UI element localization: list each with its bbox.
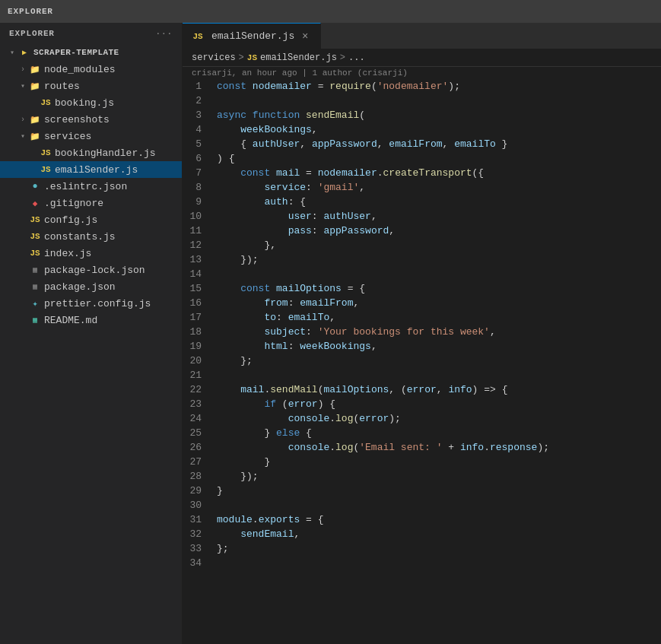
- code-line: 18 subject: 'Your bookings for this week…: [183, 325, 661, 339]
- services-label: services: [44, 131, 91, 142]
- routes-label: routes: [44, 81, 80, 92]
- sidebar-item-screenshots[interactable]: 📁 screenshots: [0, 111, 182, 128]
- line-number: 32: [183, 527, 217, 541]
- line-number: 11: [183, 224, 217, 238]
- line-content: const mail = nodemailer.createTransport(…: [217, 166, 661, 180]
- line-content: async function sendEmail(: [217, 108, 661, 122]
- line-content: console.log('Email sent: ' + info.respon…: [217, 440, 661, 455]
- line-number: 8: [183, 180, 217, 195]
- line-number: 14: [183, 267, 217, 281]
- eslint-label: .eslintrc.json: [44, 181, 127, 192]
- sidebar-item-email-sender[interactable]: JS emailSender.js: [0, 161, 182, 178]
- root-label: SCRAPER-TEMPLATE: [33, 48, 119, 57]
- line-content: },: [217, 238, 661, 252]
- line-content: };: [217, 541, 661, 556]
- sidebar-item-gitignore[interactable]: ◆ .gitignore: [0, 195, 182, 211]
- package-lock-label: package-lock.json: [44, 265, 145, 276]
- more-icon[interactable]: ···: [156, 29, 173, 38]
- screenshots-chevron: [17, 113, 29, 125]
- line-content: to: emailTo,: [217, 310, 661, 325]
- screenshots-label: screenshots: [44, 114, 110, 125]
- folder-routes-icon: 📁: [29, 80, 41, 92]
- tab-bar: JS emailSender.js ×: [183, 23, 661, 49]
- tab-label: emailSender.js: [211, 30, 294, 42]
- config-icon: JS: [29, 214, 41, 226]
- code-line: 32 sendEmail,: [183, 527, 661, 541]
- constants-icon: JS: [29, 230, 41, 243]
- code-line: 7 const mail = nodemailer.createTranspor…: [183, 166, 661, 180]
- code-line: 27 }: [183, 455, 661, 469]
- code-line: 5 { authUser, appPassword, emailFrom, em…: [183, 137, 661, 151]
- line-content: html: weekBookings,: [217, 339, 661, 354]
- breadcrumb-more[interactable]: ...: [348, 52, 365, 63]
- sidebar-item-prettier[interactable]: ✦ prettier.config.js: [0, 295, 182, 312]
- sidebar: EXPLORER ··· ▶ SCRAPER-TEMPLATE 📁 node_m…: [0, 23, 183, 644]
- tab-js-icon: JS: [192, 30, 204, 43]
- code-line: 14: [183, 267, 661, 281]
- line-number: 20: [183, 354, 217, 368]
- sidebar-item-booking-js[interactable]: JS booking.js: [0, 94, 182, 111]
- booking-handler-label: bookingHandler.js: [55, 148, 156, 159]
- sidebar-item-package-lock[interactable]: ▦ package-lock.json: [0, 262, 182, 278]
- folder-node-icon: 📁: [29, 63, 41, 75]
- breadcrumb-file[interactable]: emailSender.js: [260, 52, 337, 63]
- gitignore-icon: ◆: [29, 197, 41, 209]
- sidebar-item-eslint[interactable]: ● .eslintrc.json: [0, 178, 182, 195]
- sidebar-root[interactable]: ▶ SCRAPER-TEMPLATE: [0, 44, 182, 61]
- tab-close-button[interactable]: ×: [299, 30, 311, 43]
- code-line: 26 console.log('Email sent: ' + info.res…: [183, 440, 661, 455]
- sidebar-item-services[interactable]: 📁 services: [0, 128, 182, 144]
- line-content: weekBookings,: [217, 122, 661, 137]
- breadcrumb-services[interactable]: services: [192, 52, 236, 63]
- git-blame-info: crisarji, an hour ago | 1 author (crisar…: [183, 67, 661, 79]
- line-number: 24: [183, 411, 217, 426]
- line-content: service: 'gmail',: [217, 180, 661, 195]
- line-number: 28: [183, 469, 217, 484]
- line-content: console.log(error);: [217, 411, 661, 426]
- line-content: mail.sendMail(mailOptions, (error, info)…: [217, 382, 661, 397]
- title-bar: EXPLORER: [0, 0, 661, 23]
- index-label: index.js: [44, 248, 91, 259]
- breadcrumb-sep1: >: [239, 52, 244, 63]
- code-line: 16 from: emailFrom,: [183, 296, 661, 310]
- index-icon: JS: [29, 247, 41, 259]
- line-number: 21: [183, 368, 217, 382]
- line-content: module.exports = {: [217, 512, 661, 527]
- sidebar-item-booking-handler[interactable]: JS bookingHandler.js: [0, 144, 182, 161]
- email-sender-label: emailSender.js: [55, 164, 138, 176]
- code-line: 12 },: [183, 238, 661, 252]
- line-content: });: [217, 252, 661, 267]
- code-line: 6) {: [183, 151, 661, 166]
- code-line: 13 });: [183, 252, 661, 267]
- sidebar-item-package[interactable]: ▦ package.json: [0, 278, 182, 295]
- code-line: 34: [183, 556, 661, 570]
- gitignore-label: .gitignore: [44, 198, 103, 209]
- package-lock-icon: ▦: [29, 264, 41, 276]
- sidebar-header: EXPLORER ···: [0, 23, 182, 44]
- sidebar-item-index[interactable]: JS index.js: [0, 245, 182, 262]
- prettier-label: prettier.config.js: [44, 298, 151, 309]
- line-number: 25: [183, 426, 217, 440]
- sidebar-item-readme[interactable]: ▦ README.md: [0, 312, 182, 328]
- readme-icon: ▦: [29, 314, 41, 326]
- code-line: 15 const mailOptions = {: [183, 281, 661, 296]
- line-number: 9: [183, 195, 217, 209]
- package-icon: ▦: [29, 281, 41, 293]
- node-modules-label: node_modules: [44, 64, 116, 75]
- code-line: 28 });: [183, 469, 661, 484]
- code-line: 21: [183, 368, 661, 382]
- folder-screenshots-icon: 📁: [29, 113, 41, 125]
- eslint-icon: ●: [29, 180, 41, 192]
- code-line: 23 if (error) {: [183, 397, 661, 411]
- code-editor[interactable]: 1const nodemailer = require('nodemailer'…: [183, 79, 661, 644]
- sidebar-item-routes[interactable]: 📁 routes: [0, 78, 182, 94]
- line-number: 23: [183, 397, 217, 411]
- sidebar-item-node-modules[interactable]: 📁 node_modules: [0, 61, 182, 78]
- line-content: subject: 'Your bookings for this week',: [217, 325, 661, 339]
- line-number: 3: [183, 108, 217, 122]
- sidebar-item-constants[interactable]: JS constants.js: [0, 228, 182, 245]
- tab-email-sender[interactable]: JS emailSender.js ×: [183, 23, 321, 49]
- line-content: }: [217, 484, 661, 498]
- sidebar-item-config[interactable]: JS config.js: [0, 211, 182, 228]
- line-number: 13: [183, 252, 217, 267]
